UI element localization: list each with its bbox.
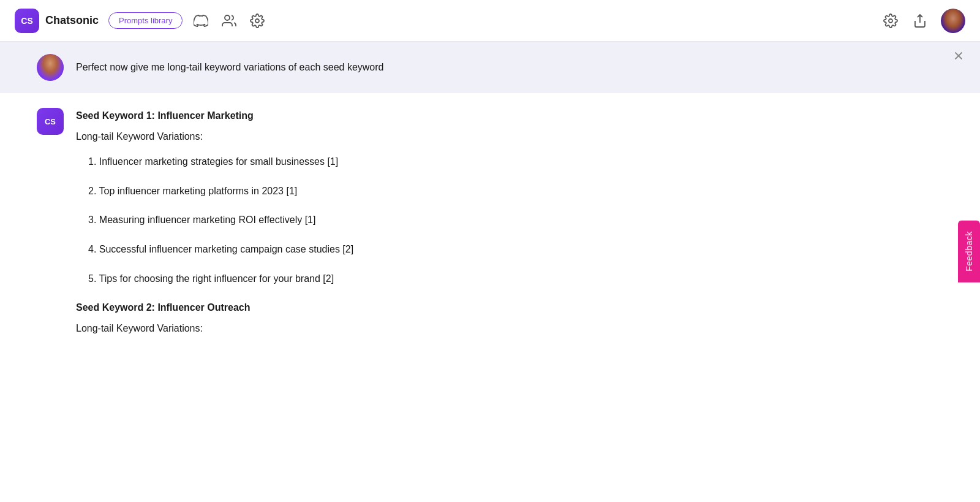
user-message-text: Perfect now give me long-tail keyword va… bbox=[76, 54, 383, 75]
seed-keyword-2-title: Seed Keyword 2: Influencer Outreach bbox=[76, 300, 931, 316]
list-item: 2. Top influencer marketing platforms in… bbox=[88, 183, 931, 199]
ai-message-content: Seed Keyword 1: Influencer Marketing Lon… bbox=[76, 108, 931, 346]
ai-message-avatar: CS bbox=[37, 108, 64, 135]
settings-icon[interactable] bbox=[249, 12, 266, 29]
seed2-variations-label: Long-tail Keyword Variations: bbox=[76, 321, 931, 337]
discord-icon[interactable] bbox=[192, 12, 209, 29]
ai-message: CS Seed Keyword 1: Influencer Marketing … bbox=[0, 93, 980, 360]
seed-keyword-2-section: Seed Keyword 2: Influencer Outreach Long… bbox=[76, 300, 931, 336]
list-item: 1. Influencer marketing strategies for s… bbox=[88, 154, 931, 170]
close-button[interactable] bbox=[952, 49, 965, 66]
seed1-variations-label: Long-tail Keyword Variations: bbox=[76, 129, 931, 145]
header-icons bbox=[192, 12, 266, 29]
app-name: Chatsonic bbox=[45, 14, 99, 27]
seed1-keyword-list: 1. Influencer marketing strategies for s… bbox=[88, 154, 931, 286]
feedback-tab[interactable]: Feedback bbox=[958, 220, 980, 282]
user-message-avatar bbox=[37, 54, 64, 81]
list-item: 5. Tips for choosing the right influence… bbox=[88, 271, 931, 287]
user-message: Perfect now give me long-tail keyword va… bbox=[0, 42, 980, 93]
user-avatar[interactable] bbox=[941, 9, 965, 33]
logo-area: CS Chatsonic bbox=[15, 9, 99, 33]
header-right bbox=[882, 9, 965, 33]
community-icon[interactable] bbox=[221, 12, 238, 29]
app-header: CS Chatsonic Prompts library bbox=[0, 0, 980, 42]
share-icon[interactable] bbox=[911, 12, 929, 29]
list-item: 3. Measuring influencer marketing ROI ef… bbox=[88, 212, 931, 228]
list-item: 4. Successful influencer marketing campa… bbox=[88, 241, 931, 257]
svg-point-1 bbox=[255, 19, 259, 23]
svg-point-0 bbox=[225, 15, 230, 20]
chat-area: Perfect now give me long-tail keyword va… bbox=[0, 42, 980, 502]
prompts-library-button[interactable]: Prompts library bbox=[108, 12, 183, 29]
logo-icon: CS bbox=[15, 9, 39, 33]
seed-keyword-1-title: Seed Keyword 1: Influencer Marketing bbox=[76, 108, 931, 124]
avatar-image bbox=[941, 9, 965, 33]
settings-gear-icon[interactable] bbox=[882, 12, 899, 29]
svg-point-2 bbox=[889, 19, 892, 23]
